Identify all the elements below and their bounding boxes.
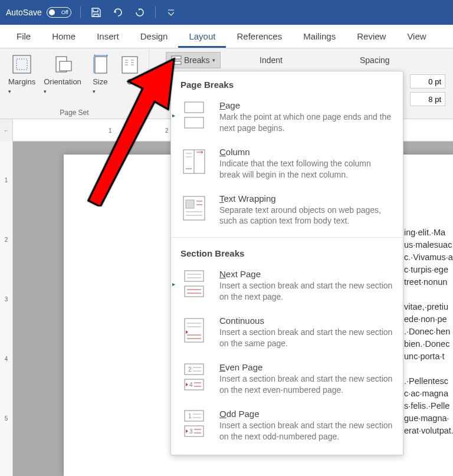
orientation-label: Orientation xyxy=(44,77,81,86)
ruler-tick: 4 xyxy=(0,356,12,362)
svg-rect-15 xyxy=(185,117,203,128)
size-icon xyxy=(90,54,111,75)
size-button[interactable]: Size▾ xyxy=(86,51,114,107)
tab-insert[interactable]: Insert xyxy=(86,27,130,48)
svg-rect-22 xyxy=(186,200,194,208)
svg-rect-5 xyxy=(122,57,137,73)
autosave-state: Off xyxy=(61,9,68,15)
svg-rect-27 xyxy=(185,271,203,281)
breaks-dropdown: Page Breaks ▸ Page Mark the point at whi… xyxy=(170,71,403,455)
ruler-tick: 1 xyxy=(109,127,112,133)
svg-text:3: 3 xyxy=(189,428,193,435)
page-setup-group-label: Page Set xyxy=(60,107,88,119)
active-caret-icon: ▸ xyxy=(172,281,175,287)
item-title: Page xyxy=(219,100,393,110)
separator xyxy=(155,6,156,18)
svg-rect-1 xyxy=(17,59,27,70)
odd-page-break-item[interactable]: 13 Odd Page Insert a section break and s… xyxy=(171,404,403,451)
separator xyxy=(80,6,81,18)
text-wrapping-icon xyxy=(180,193,208,223)
tab-mailings[interactable]: Mailings xyxy=(293,27,346,48)
continuous-icon xyxy=(180,316,208,345)
column-break-item[interactable]: Column Indicate that the text following … xyxy=(171,142,403,189)
item-desc: Separate text around objects on web page… xyxy=(219,205,393,227)
spacing-group: Spacing xyxy=(360,55,390,68)
tab-references[interactable]: References xyxy=(226,27,293,48)
columns-label: C xyxy=(127,77,132,86)
ruler-tick: 5 xyxy=(0,415,12,422)
svg-rect-30 xyxy=(185,286,203,297)
ribbon-tabs: File Home Insert Design Layout Reference… xyxy=(0,25,453,48)
svg-rect-12 xyxy=(172,56,181,59)
tab-file[interactable]: File xyxy=(6,27,41,48)
item-desc: Insert a section break and start the new… xyxy=(219,327,393,349)
tab-design[interactable]: Design xyxy=(130,27,179,48)
item-title: Column xyxy=(219,147,393,157)
even-page-icon: 24 xyxy=(180,362,208,392)
breaks-label: Breaks xyxy=(184,55,210,65)
svg-rect-46 xyxy=(185,411,203,421)
save-icon[interactable] xyxy=(90,6,103,19)
next-page-icon xyxy=(180,269,208,298)
item-desc: Mark the point at which one page ends an… xyxy=(219,111,393,134)
column-break-icon xyxy=(180,147,208,176)
margins-icon xyxy=(11,54,32,75)
svg-text:1: 1 xyxy=(188,413,192,419)
text-wrapping-break-item[interactable]: Text Wrapping Separate text around objec… xyxy=(171,189,403,235)
page-break-icon xyxy=(180,100,208,130)
active-caret-icon: ▸ xyxy=(172,112,175,119)
odd-page-icon: 13 xyxy=(180,409,208,438)
columns-button[interactable]: C xyxy=(116,51,144,107)
item-title: Odd Page xyxy=(219,409,393,419)
autosave-toggle[interactable]: Off xyxy=(47,7,71,18)
item-desc: Insert a section break and start the new… xyxy=(219,420,393,442)
orientation-icon xyxy=(52,54,73,75)
breaks-button[interactable]: Breaks ▾ xyxy=(166,52,221,68)
tab-layout[interactable]: Layout xyxy=(178,27,226,48)
autosave-control[interactable]: AutoSave Off xyxy=(6,7,71,18)
document-text: ing·elit.·Ma us·malesuac c.·Vivamus·a c·… xyxy=(404,226,453,437)
svg-text:4: 4 xyxy=(189,382,193,388)
page-breaks-header: Page Breaks xyxy=(171,71,403,96)
chevron-down-icon: ▾ xyxy=(212,57,215,63)
spacing-before-input[interactable]: 0 pt xyxy=(410,74,445,88)
tab-review[interactable]: Review xyxy=(346,27,396,48)
customize-qat-icon[interactable] xyxy=(165,6,178,19)
svg-rect-3 xyxy=(60,61,71,71)
undo-icon[interactable] xyxy=(111,6,124,19)
item-desc: Indicate that the text following the col… xyxy=(219,158,393,180)
item-desc: Insert a section break and start the new… xyxy=(219,280,393,303)
title-bar: AutoSave Off xyxy=(0,0,453,25)
margins-button[interactable]: Margins▾ xyxy=(5,51,39,107)
spacing-after-input[interactable]: 8 pt xyxy=(410,92,445,106)
ruler-tick: 2 xyxy=(165,127,169,133)
continuous-break-item[interactable]: Continuous Insert a section break and st… xyxy=(171,311,403,357)
page-setup-group: Margins▾ Orientation▾ Size▾ C P xyxy=(0,48,149,119)
item-title: Next Page xyxy=(219,269,393,279)
redo-icon[interactable] xyxy=(133,6,146,19)
svg-rect-13 xyxy=(172,61,181,64)
item-desc: Insert a section break and start the new… xyxy=(219,373,393,396)
svg-rect-0 xyxy=(13,55,31,73)
vertical-ruler[interactable]: 1 2 3 4 5 xyxy=(0,142,13,476)
tab-view[interactable]: View xyxy=(396,27,436,48)
breaks-icon xyxy=(171,55,182,65)
indent-group: Indent xyxy=(260,55,283,68)
even-page-break-item[interactable]: 24 Even Page Insert a section break and … xyxy=(171,357,403,404)
svg-rect-14 xyxy=(185,102,203,113)
svg-rect-4 xyxy=(95,57,107,73)
item-title: Even Page xyxy=(219,362,393,372)
indent-label: Indent xyxy=(260,55,283,65)
svg-rect-38 xyxy=(185,364,203,375)
section-breaks-header: Section Breaks xyxy=(171,240,403,264)
ruler-tick: 1 xyxy=(0,177,12,183)
page-break-item[interactable]: ▸ Page Mark the point at which one page … xyxy=(171,96,403,142)
orientation-button[interactable]: Orientation▾ xyxy=(40,51,85,107)
ruler-tick: 2 xyxy=(0,237,12,243)
tab-home[interactable]: Home xyxy=(41,27,86,48)
next-page-break-item[interactable]: ▸ Next Page Insert a section break and s… xyxy=(171,264,403,311)
size-label: Size xyxy=(93,77,107,86)
item-title: Text Wrapping xyxy=(219,193,393,203)
ruler-tick: 3 xyxy=(0,296,12,303)
spacing-label: Spacing xyxy=(360,55,390,65)
